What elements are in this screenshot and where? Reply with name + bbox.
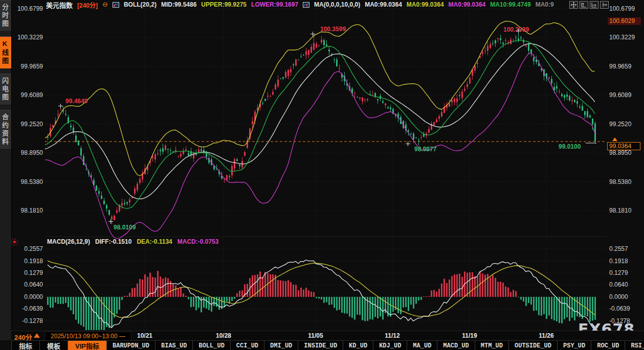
macd-axis-right-label: 0.1279: [609, 269, 628, 276]
fit-horizontal-icon[interactable]: [590, 1, 598, 9]
bar-datetime-range-box[interactable]: 2025/10/13 09:00~13:00 —: [45, 332, 131, 341]
sidebar-tab-4[interactable]: 合约资料: [0, 110, 11, 150]
price-annotation: 99.0100: [559, 143, 581, 150]
price-axis-right-label: 99.6089: [609, 91, 631, 99]
price-axis-left-label: 100.3229: [14, 34, 43, 41]
price-axis-left-label: 98.5380: [14, 178, 43, 185]
macd-diff-value: DIFF:-0.1510: [95, 238, 131, 245]
ma0-yellow-value: MA0:99.0364: [407, 1, 444, 8]
price-axis-left-label: 98.1810: [14, 207, 43, 214]
macd-axis-right-label: 0.0640: [609, 281, 628, 288]
boll-mid-value: MID:99.5486: [161, 1, 196, 8]
pan-icon[interactable]: [569, 1, 578, 9]
ma-indicator-icon: [303, 2, 309, 8]
price-macd-chart-canvas[interactable]: [0, 0, 644, 350]
swing-point-marker-icon: [310, 32, 315, 36]
macd-axis-left-label: 0.2557: [14, 245, 43, 252]
macd-axis-left-label: 0.0000: [14, 293, 43, 300]
toolbar-button--[interactable]: 指标: [12, 341, 40, 350]
price-axis-left-label: 98.8950: [14, 149, 43, 156]
toolbar-button-mtm-ud[interactable]: MTM_UD: [475, 341, 509, 350]
price-axis-right-label: 99.9659: [609, 63, 631, 70]
date-tick-label: 11/26: [539, 332, 553, 339]
toolbar-button-kdj-ud[interactable]: KDJ_UD: [373, 341, 407, 350]
toolbar-button-cci-ud[interactable]: CCI_UD: [231, 341, 264, 350]
macd-axis-left-label: -0.0639: [14, 305, 43, 312]
swing-point-marker-icon: [406, 142, 410, 146]
toolbar-button--[interactable]: 模板: [40, 341, 68, 350]
toolbar-button-dmi-ud[interactable]: DMI_UD: [264, 341, 298, 350]
price-axis-right-label: 98.5380: [609, 178, 631, 185]
price-annotation: 98.9877: [414, 146, 436, 153]
macd-axis-left-label: 0.1279: [14, 269, 43, 276]
macd-axis-right-label: 0.2557: [609, 245, 628, 252]
boll-indicator-icon: [113, 2, 119, 8]
symbol-name: 美元指数: [46, 0, 73, 10]
last-price-arrow-icon: [612, 137, 617, 141]
indicator-header: 美元指数 [240分] ⊖ BOLL(20,2) MID:99.5486 UPP…: [46, 1, 554, 9]
swing-point-marker-icon: [58, 104, 63, 108]
session-high-box: 100.6029: [608, 17, 641, 25]
time-axis-bar: 240分 2025/10/13 09:00~13:00 — 10/2110/28…: [11, 331, 644, 341]
swing-point-marker-icon: [516, 29, 521, 33]
toolbar-button-bias-ud[interactable]: BIAS_UD: [156, 341, 193, 350]
boll-lower-value: LOWER:99.1697: [251, 1, 298, 8]
macd-axis-right-label: 0.1918: [609, 258, 628, 265]
boll-upper-value: UPPER:99.9275: [201, 1, 247, 8]
price-axis-left-label: 99.9659: [14, 63, 43, 70]
price-axis-right-label: 99.2520: [609, 121, 631, 128]
toolbar-button-outside-ud[interactable]: OUTSIDE_UD: [509, 341, 558, 350]
date-tick-label: 11/19: [462, 332, 477, 339]
sidebar-tab-1[interactable]: 分时图: [0, 0, 11, 32]
macd-axis-left-label: 0.0640: [14, 281, 43, 288]
toolbar-button-inside-ud[interactable]: INSIDE_UD: [298, 341, 343, 350]
chart-scale-buttons: [569, 1, 609, 9]
collapse-indicator-icon[interactable]: ⊖: [102, 2, 108, 7]
fit-vertical-icon[interactable]: [580, 1, 588, 9]
macd-dea-value: DEA:-0.1134: [137, 238, 172, 245]
toolbar-button-psy-ud[interactable]: PSY_UD: [558, 341, 591, 350]
price-axis-right-label: 100.6799: [609, 5, 635, 12]
ma-gray-value: MA0:9: [536, 1, 554, 8]
toolbar-button-vip-[interactable]: VIP指标: [68, 341, 107, 350]
price-axis-right-label: 100.3229: [609, 34, 635, 41]
date-tick-label: 11/05: [308, 332, 323, 339]
macd-macd-value: MACD:-0.0753: [177, 238, 219, 245]
shift-right-icon[interactable]: [600, 1, 609, 9]
boll-label: BOLL(20,2): [124, 1, 157, 8]
toolbar-button-kd-ud[interactable]: KD_UD: [343, 341, 373, 350]
left-tab-sidebar: 分时图K线图闪电图合约资料: [0, 0, 12, 340]
swing-point-marker-icon: [108, 219, 113, 224]
macd-title: MACD(26,12,9): [47, 238, 90, 245]
date-tick-label: 10/21: [137, 332, 152, 339]
macd-axis-right-label: -0.0639: [609, 305, 630, 312]
macd-axis-left-label: 0.1918: [14, 258, 43, 265]
sidebar-tab-3[interactable]: 闪电图: [0, 74, 11, 105]
app-window: 分时图K线图闪电图合约资料 美元指数 [240分] ⊖ BOLL(20,2) M…: [0, 0, 644, 350]
toolbar-button-ma-ud[interactable]: MA_UD: [407, 341, 437, 350]
period-label: [240分]: [77, 1, 98, 9]
price-annotation: 99.4649: [65, 98, 87, 105]
bottom-indicator-toolbar: 指标模板VIP指标BARUPDN_UDBIAS_UDBOLL_UDCCI_UDD…: [11, 340, 644, 350]
price-annotation: 98.0109: [114, 224, 136, 231]
price-axis-right-label: 98.1810: [609, 207, 631, 214]
macd-axis-right-label: 0.0000: [609, 293, 628, 300]
sidebar-tab-2[interactable]: K线图: [0, 36, 11, 69]
date-tick-label: 10/28: [216, 332, 231, 339]
toolbar-button-roc-ud[interactable]: ROC_UD: [591, 341, 625, 350]
price-axis-left-label: 99.6089: [14, 91, 43, 99]
toolbar-button-barupdn-ud[interactable]: BARUPDN_UD: [107, 341, 156, 350]
period-dropdown-arrow-icon[interactable]: [34, 333, 40, 338]
date-tick-label: 11/12: [385, 332, 399, 339]
price-axis-left-label: 99.2520: [14, 121, 43, 128]
ma-label: MA(0,0,0,10,0,0): [314, 1, 360, 8]
toolbar-button-boll-ud[interactable]: BOLL_UD: [193, 341, 230, 350]
ma10-green-value: MA10:99.4749: [490, 1, 530, 8]
price-axis-left-label: 100.6799: [14, 5, 43, 12]
toolbar-button-rsi-ud[interactable]: RSI_UD: [625, 341, 644, 350]
macd-axis-left-label: -0.1278: [14, 317, 43, 324]
macd-settings-icon[interactable]: [11, 239, 18, 245]
toolbar-button-macd-ud[interactable]: MACD_UD: [437, 341, 475, 350]
ma0-magenta-value: MA0:99.0364: [449, 1, 486, 8]
price-annotation: 100.3599: [320, 26, 346, 33]
